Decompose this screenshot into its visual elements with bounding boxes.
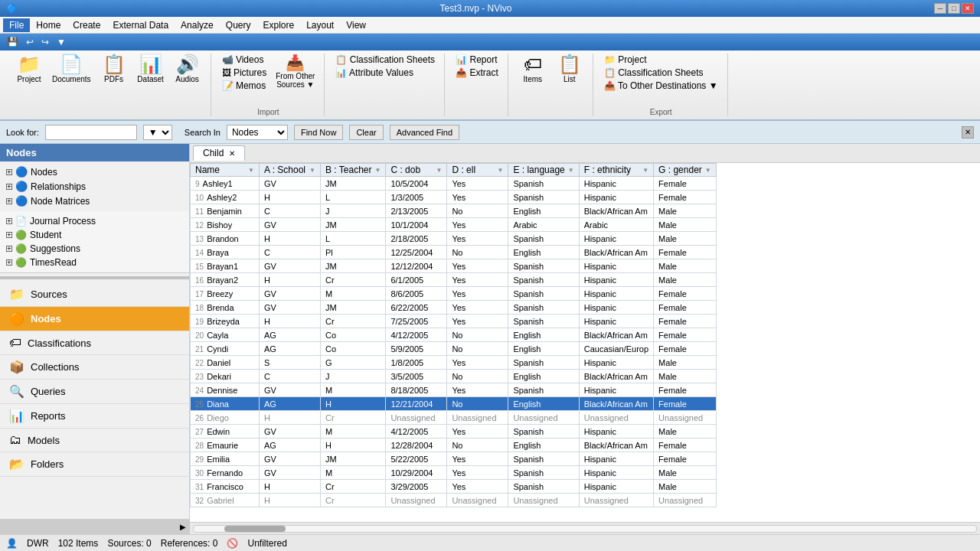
nav-classifications[interactable]: 🏷 Classifications [0, 331, 189, 355]
table-row[interactable]: 16Brayan2HCr6/1/2005YesSpanishHispanicMa… [191, 273, 717, 287]
extract-button[interactable]: 📤 Extract [452, 67, 501, 79]
look-for-input[interactable] [45, 125, 137, 140]
table-row[interactable]: 18BrendaGVJM6/22/2005YesSpanishHispanicF… [191, 301, 717, 315]
attribute-values-button[interactable]: 📊 Attribute Values [332, 67, 438, 79]
list-button[interactable]: 📋List [553, 54, 586, 85]
nodes-expand-icon[interactable]: + [6, 169, 12, 175]
table-row[interactable]: 19BrizeydaHCr7/25/2005YesSpanishHispanic… [191, 315, 717, 328]
col-header-ell[interactable]: D : ell▼ [447, 164, 508, 177]
tab-close-button[interactable]: ✕ [229, 149, 235, 158]
table-row[interactable]: 30FernandoGVM10/29/2004YesSpanishHispani… [191, 466, 717, 480]
to-other-destinations-button[interactable]: 📤 To Other Destinations ▼ [601, 80, 721, 92]
scroll-track[interactable] [193, 525, 977, 533]
sidebar-divider[interactable] [0, 276, 189, 279]
menu-item-analyze[interactable]: Analyze [175, 18, 220, 32]
table-row[interactable]: 26DiegoHCrUnassignedUnassignedUnassigned… [191, 411, 717, 425]
table-row[interactable]: 31FranciscoHCr3/29/2005YesSpanishHispani… [191, 480, 717, 494]
menu-item-home[interactable]: Home [30, 18, 67, 32]
table-row[interactable]: 9Ashley1GVJM10/5/2004YesSpanishHispanicF… [191, 177, 717, 191]
scroll-thumb[interactable] [224, 526, 286, 532]
journal-process-expand[interactable]: + [6, 218, 12, 224]
table-row[interactable]: 24DenniseGVM8/18/2005YesSpanishHispanicF… [191, 383, 717, 397]
col-header-teacher[interactable]: B : Teacher▼ [321, 164, 386, 177]
table-row[interactable]: 22DanielSG1/8/2005YesSpanishHispanicMale [191, 356, 717, 370]
table-row[interactable]: 29EmiliaGVJM5/22/2005YesSpanishHispanicF… [191, 452, 717, 466]
relationships-expand-icon[interactable]: + [6, 184, 12, 190]
nav-queries[interactable]: 🔍 Queries [0, 380, 189, 404]
col-header-school[interactable]: A : School▼ [260, 164, 321, 177]
videos-button[interactable]: 📹 Videos [219, 54, 270, 66]
close-button[interactable]: ✕ [962, 3, 974, 14]
col-header-language[interactable]: E : language▼ [508, 164, 579, 177]
child-tab[interactable]: Child ✕ [193, 145, 245, 161]
documents-button[interactable]: 📄Documents [49, 54, 94, 85]
col-header-gender[interactable]: G : gender▼ [654, 164, 717, 177]
times-read-expand[interactable]: + [6, 259, 12, 266]
nav-collections[interactable]: 📦 Collections [0, 355, 189, 380]
table-row[interactable]: 12BishoyGVJM10/1/2004YesArabicArabicMale [191, 218, 717, 232]
classification-sheets-button[interactable]: 📋 Classification Sheets [332, 54, 438, 66]
col-header-name[interactable]: Name▼ [191, 164, 260, 177]
table-row[interactable]: 20CaylaAGCo4/12/2005NoEnglishBlack/Afric… [191, 328, 717, 342]
table-row[interactable]: 25DianaAGH12/21/2004NoEnglishBlack/Afric… [191, 397, 717, 411]
student-expand[interactable]: + [6, 232, 12, 238]
nav-models[interactable]: 🗂 Models [0, 429, 189, 452]
memos-button[interactable]: 📝 Memos [219, 80, 270, 92]
table-row[interactable]: 32GabrielHCrUnassignedUnassignedUnassign… [191, 494, 717, 507]
table-row[interactable]: 17BreezyGVM8/6/2005YesSpanishHispanicFem… [191, 287, 717, 301]
export-classification-sheets-button[interactable]: 📋 Classification Sheets [601, 67, 721, 79]
menu-item-layout[interactable]: Layout [300, 18, 340, 32]
tree-suggestions[interactable]: + 🟢 Suggestions [3, 242, 186, 256]
table-row[interactable]: 13BrandonHL2/18/2005YesSpanishHispanicMa… [191, 232, 717, 246]
table-row[interactable]: 14BrayaCPl12/25/2004NoEnglishBlack/Afric… [191, 246, 717, 259]
sidebar-tree-node-matrices[interactable]: + 🔵 Node Matrices [3, 194, 186, 208]
suggestions-expand[interactable]: + [6, 246, 12, 252]
maximize-button[interactable]: □ [948, 3, 960, 14]
nav-sources[interactable]: 📁 Sources [0, 282, 189, 307]
table-row[interactable]: 23DekariCJ3/5/2005NoEnglishBlack/African… [191, 370, 717, 383]
menu-item-external-data[interactable]: External Data [106, 18, 175, 32]
tree-times-read[interactable]: + 🟢 TimesRead [3, 256, 186, 269]
search-in-select[interactable]: Nodes [227, 125, 288, 140]
search-close-button[interactable]: ✕ [962, 126, 974, 139]
menu-item-file[interactable]: File [3, 18, 30, 32]
table-row[interactable]: 28EmaurieAGH12/28/2004NoEnglishBlack/Afr… [191, 439, 717, 452]
table-row[interactable]: 15Brayan1GVJM12/12/2004YesSpanishHispani… [191, 259, 717, 273]
items-button[interactable]: 🏷Items [516, 54, 550, 85]
redo-button[interactable]: ↪ [39, 36, 51, 48]
advanced-find-button[interactable]: Advanced Find [390, 125, 459, 140]
save-button[interactable]: 💾 [5, 36, 21, 48]
classification-table[interactable]: Name▼ A : School▼ B : Teacher▼ C : dob▼ [190, 163, 980, 522]
export-project-button[interactable]: 📁 Project [601, 54, 721, 66]
tree-student[interactable]: + 🟢 Student [3, 228, 186, 242]
menu-item-explore[interactable]: Explore [256, 18, 300, 32]
report-button[interactable]: 📊 Report [452, 54, 501, 66]
table-row[interactable]: 27EdwinGVM4/12/2005YesSpanishHispanicMal… [191, 425, 717, 439]
dataset-button[interactable]: 📊Dataset [134, 54, 168, 85]
minimize-button[interactable]: ─ [934, 3, 946, 14]
menu-item-query[interactable]: Query [220, 18, 257, 32]
menu-item-view[interactable]: View [340, 18, 372, 32]
nav-folders[interactable]: 📂 Folders [0, 452, 189, 477]
clear-button[interactable]: Clear [349, 125, 383, 140]
find-now-button[interactable]: Find Now [294, 125, 343, 140]
nav-nodes[interactable]: 🟠 Nodes [0, 307, 189, 331]
horizontal-scrollbar[interactable] [190, 522, 980, 534]
project-button[interactable]: 📁Project [12, 54, 46, 85]
table-row[interactable]: 10Ashley2HL1/3/2005YesSpanishHispanicFem… [191, 191, 717, 204]
menu-item-create[interactable]: Create [67, 18, 106, 32]
nav-reports[interactable]: 📊 Reports [0, 404, 189, 429]
from-other-sources-button[interactable]: 📥From OtherSources ▼ [273, 54, 318, 90]
pdfs-button[interactable]: 📋PDFs [97, 54, 131, 85]
undo-button[interactable]: ↩ [24, 36, 36, 48]
table-row[interactable]: 21CyndiAGCo5/9/2005NoEnglishCaucasian/Eu… [191, 342, 717, 356]
look-for-dropdown[interactable]: ▼ [143, 125, 172, 140]
sidebar-tree-nodes[interactable]: + 🔵 Nodes [3, 165, 186, 179]
col-header-ethnicity[interactable]: F : ethnicity▼ [579, 164, 653, 177]
table-row[interactable]: 11BenjaminCJ2/13/2005NoEnglishBlack/Afri… [191, 204, 717, 218]
audios-button[interactable]: 🔊Audios [171, 54, 204, 85]
sidebar-resize-handle[interactable]: ▶ [0, 519, 189, 534]
pictures-button[interactable]: 🖼 Pictures [219, 67, 270, 79]
node-matrices-expand-icon[interactable]: + [6, 198, 12, 204]
sidebar-tree-relationships[interactable]: + 🔵 Relationships [3, 179, 186, 194]
